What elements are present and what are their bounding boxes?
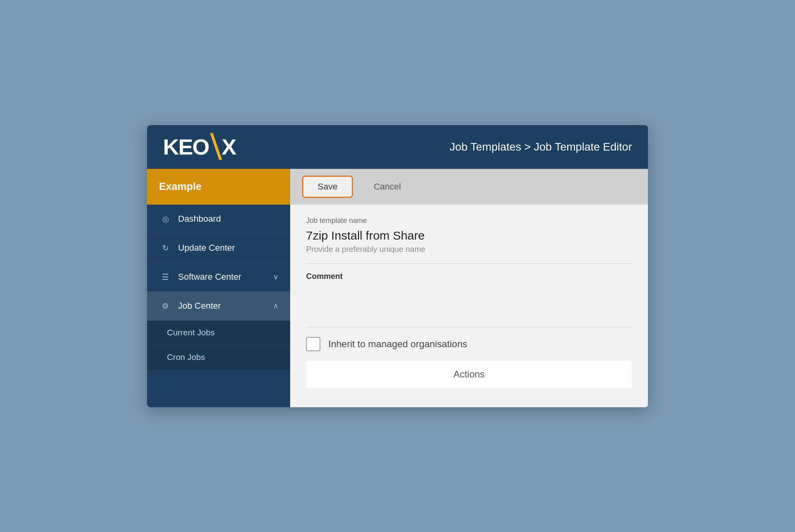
software-icon: ☰ [159, 271, 172, 283]
content-area: Save Cancel Job template name 7zip Insta… [290, 169, 648, 407]
sidebar-item-cron-jobs[interactable]: Cron Jobs [147, 345, 290, 370]
sidebar: Example ◎ Dashboard ↻ Update Center ☰ So… [147, 169, 290, 407]
chevron-up-icon: ∧ [273, 302, 278, 310]
logo-area: KEO╲X [163, 136, 290, 158]
comment-label: Comment [306, 272, 632, 281]
sidebar-item-current-jobs[interactable]: Current Jobs [147, 321, 290, 345]
cancel-button[interactable]: Cancel [359, 177, 415, 197]
sidebar-submenu-label: Current Jobs [167, 328, 215, 337]
sidebar-item-software-center[interactable]: ☰ Software Center ∨ [147, 263, 290, 292]
app-window: KEO╲X Job Templates > Job Template Edito… [147, 125, 648, 407]
sidebar-item-job-center[interactable]: ⚙ Job Center ∧ [147, 292, 290, 321]
template-name-value[interactable]: 7zip Install from Share [306, 229, 632, 242]
template-name-hint: Provide a preferably unique name [306, 245, 632, 254]
divider-2 [306, 327, 632, 327]
breadcrumb: Job Templates > Job Template Editor [450, 141, 632, 153]
divider [306, 263, 632, 264]
template-name-label: Job template name [306, 217, 632, 225]
template-name-field-group: Job template name 7zip Install from Shar… [306, 217, 632, 254]
jobcenter-icon: ⚙ [159, 300, 172, 312]
main-layout: Example ◎ Dashboard ↻ Update Center ☰ So… [147, 169, 648, 407]
sidebar-item-label: Dashboard [178, 214, 278, 224]
actions-label: Actions [318, 369, 620, 380]
inherit-checkbox[interactable] [306, 337, 320, 351]
save-button[interactable]: Save [302, 176, 353, 198]
form-area: Job template name 7zip Install from Shar… [290, 205, 648, 407]
sidebar-submenu-label: Cron Jobs [167, 352, 205, 362]
toolbar: Save Cancel [290, 169, 648, 205]
sidebar-item-dashboard[interactable]: ◎ Dashboard [147, 205, 290, 234]
inherit-label: Inherit to managed organisations [328, 339, 467, 350]
dashboard-icon: ◎ [159, 213, 172, 225]
sidebar-item-label: Job Center [178, 301, 273, 311]
comment-input[interactable] [306, 286, 632, 317]
actions-section: Actions [306, 361, 632, 388]
comment-field-group: Comment [306, 272, 632, 317]
sidebar-brand: Example [147, 169, 290, 205]
sidebar-item-label: Software Center [178, 272, 273, 282]
sidebar-item-update-center[interactable]: ↻ Update Center [147, 234, 290, 263]
sidebar-item-label: Update Center [178, 243, 278, 253]
chevron-down-icon: ∨ [273, 273, 278, 281]
breadcrumb-area: Job Templates > Job Template Editor [290, 141, 632, 153]
sidebar-brand-label: Example [159, 180, 202, 193]
logo: KEO╲X [163, 136, 236, 158]
update-icon: ↻ [159, 242, 172, 254]
header: KEO╲X Job Templates > Job Template Edito… [147, 125, 648, 169]
inherit-row: Inherit to managed organisations [306, 337, 632, 351]
